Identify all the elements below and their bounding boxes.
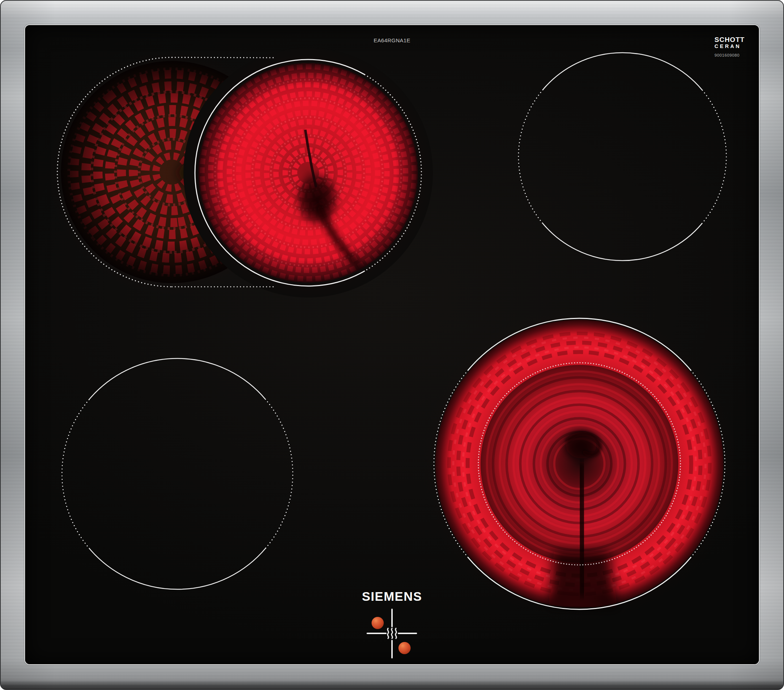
zone-outline-solid-bottom	[543, 223, 702, 261]
zone-outline-solid-top	[89, 358, 265, 399]
zone-back-left-dual	[26, 25, 458, 322]
hob-product-photo: EA64RGNA1E SCHOTT CERAN 9001609080 SIEME…	[0, 0, 784, 690]
zone-outline-dotted-left	[519, 90, 543, 224]
siemens-logo: SIEMENS	[25, 589, 759, 604]
zone-back-right	[519, 53, 726, 261]
zone-outline-dotted-right	[702, 90, 726, 224]
zone-front-left	[62, 358, 293, 589]
residual-heat-indicator	[367, 609, 417, 658]
schott-logo-line2: CERAN	[715, 44, 744, 49]
zone-outline-solid-bottom	[89, 548, 265, 589]
zone-front-right-dual	[407, 291, 752, 636]
zone-outline-dotted-right	[266, 399, 293, 548]
schott-logo-line1: SCHOTT	[715, 36, 744, 43]
residual-heat-dot-left	[372, 617, 384, 629]
schott-ceran-logo: SCHOTT CERAN 9001609080	[715, 36, 744, 57]
zone-outline-dotted-left	[62, 399, 89, 548]
zone-outline-solid-top	[543, 53, 702, 90]
residual-heat-dot-right	[399, 642, 411, 654]
ceramic-glass-surface	[25, 25, 759, 664]
glass-serial-number: 9001609080	[715, 53, 744, 58]
hob-zones-graphic	[25, 25, 759, 664]
heat-waves-icon	[388, 628, 397, 639]
model-number-label: EA64RGNA1E	[25, 37, 759, 43]
